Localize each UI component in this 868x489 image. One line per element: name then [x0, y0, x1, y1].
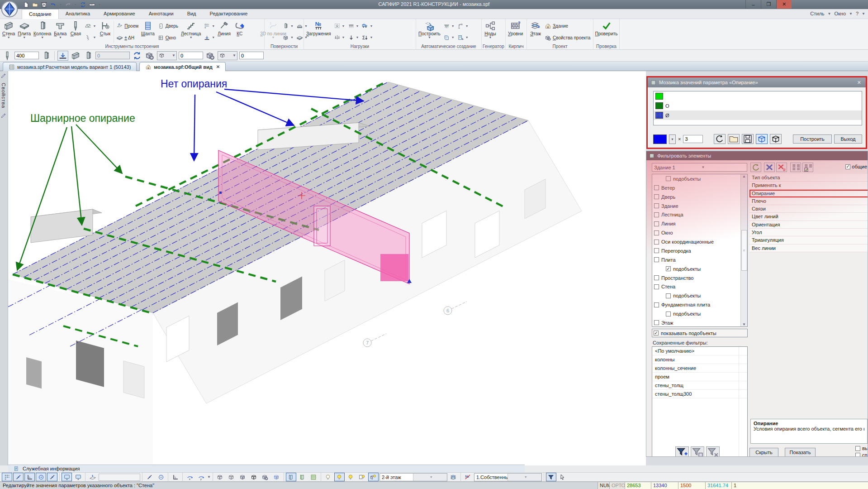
snap-angle-button[interactable]: [24, 473, 35, 481]
reference-select[interactable]: ▼: [157, 51, 177, 60]
saved-filter-1[interactable]: колонны: [652, 355, 747, 364]
tool-plita[interactable]: Плита▼: [16, 20, 32, 44]
section-grid-button[interactable]: [308, 473, 319, 481]
contour-mode-icon[interactable]: [144, 51, 155, 61]
highlight-checkbox[interactable]: выделять: [855, 446, 868, 451]
checkbox[interactable]: [654, 240, 659, 244]
checkbox[interactable]: [654, 320, 659, 325]
legend-row-2[interactable]: Ø: [654, 110, 862, 120]
element-type-row-3[interactable]: Здание: [652, 201, 747, 211]
saved-filter-2[interactable]: колонны_сечение: [652, 364, 747, 373]
checkbox[interactable]: [654, 203, 659, 208]
menu-tab-Вид[interactable]: Вид: [180, 9, 203, 19]
rotate-section-button[interactable]: [132, 51, 142, 61]
mosaic-save-button[interactable]: [742, 134, 754, 144]
checkbox[interactable]: [654, 302, 659, 307]
display-clip-button[interactable]: [271, 473, 282, 481]
tool-styk[interactable]: Стык: [97, 20, 113, 44]
rotate-y-button[interactable]: y: [196, 473, 206, 481]
display-white-button[interactable]: [226, 473, 237, 481]
checkbox[interactable]: [654, 257, 659, 262]
center-point-button[interactable]: [156, 473, 166, 481]
checkbox[interactable]: ✓: [666, 266, 671, 271]
tool-zagruzheniya[interactable]: №Загружения: [305, 20, 332, 44]
tool-uzly-ploshchadka-landing[interactable]: ▼: [204, 34, 215, 41]
element-type-row-5[interactable]: Линия: [652, 219, 747, 228]
offset-input[interactable]: [95, 52, 130, 59]
checkbox[interactable]: [666, 176, 671, 181]
show-cube-button[interactable]: [368, 473, 379, 481]
element-type-row-14[interactable]: Фундаментная плита: [652, 300, 747, 309]
tool-load-moving-sigma[interactable]: Σ▼: [361, 34, 373, 41]
wall-handle[interactable]: [219, 192, 222, 194]
unpin-view-button[interactable]: [73, 473, 83, 481]
contour-mode2-icon[interactable]: [205, 51, 216, 61]
show-button[interactable]: Показать: [785, 448, 816, 457]
service-info-bar[interactable]: Служебная информация: [8, 465, 525, 472]
parameter-list[interactable]: Тип объектаПрименять кОпираниеПлечоСвязи…: [749, 174, 868, 252]
element-type-row-7[interactable]: Оси координационные: [652, 237, 747, 246]
align-center-button[interactable]: [57, 51, 68, 61]
tool-shahta[interactable]: Шахта: [140, 20, 156, 44]
snap-axis-button[interactable]: [47, 473, 57, 481]
app-logo-button[interactable]: [1, 0, 18, 18]
list-scrollbar[interactable]: ▲≡▼: [740, 174, 747, 326]
parameter-row-7[interactable]: Угол: [749, 229, 868, 236]
tool-auto-b-crane[interactable]: ▼: [457, 23, 469, 29]
align-side-button[interactable]: [70, 51, 81, 61]
ortho-button[interactable]: [170, 473, 180, 481]
snap-settings-button[interactable]: [2, 473, 12, 481]
wall-height-input[interactable]: [14, 52, 39, 59]
checkbox[interactable]: [654, 230, 659, 235]
tool-proem[interactable]: Проем: [116, 23, 138, 29]
restore-button[interactable]: ❐: [761, 0, 776, 9]
tool-etazh[interactable]: Этаж: [528, 20, 543, 44]
menu-Окно[interactable]: Окно: [833, 11, 847, 16]
properties-sidebar[interactable]: Свойства: [0, 71, 8, 465]
element-type-row-12[interactable]: Стена: [652, 283, 747, 292]
checkbox[interactable]: [654, 221, 659, 226]
section-pane-button[interactable]: [286, 473, 296, 481]
element-type-row-10[interactable]: ✓подобъекты: [652, 264, 747, 273]
tool-kolonna[interactable]: Колонна▼: [32, 20, 52, 44]
common-checkbox-box[interactable]: ✓: [845, 164, 850, 169]
tool-surf-a-column[interactable]: ▼: [282, 23, 294, 29]
saved-filter-4[interactable]: стены_толщ: [652, 381, 747, 390]
element-type-row-4[interactable]: Лестница: [652, 211, 747, 220]
add-filter-button[interactable]: [675, 446, 689, 457]
parameter-row-6[interactable]: Ориентация: [749, 221, 868, 229]
show-doc-button[interactable]: [357, 473, 367, 481]
mosaic-solid-mode-button[interactable]: [770, 134, 782, 144]
parameter-row-4[interactable]: Связи: [749, 205, 868, 213]
parameter-row-9[interactable]: Вес линии: [749, 244, 868, 252]
edit-properties2-icon[interactable]: [0, 112, 7, 119]
element-type-row-1[interactable]: Ветер: [652, 183, 747, 192]
filter-list-view-button[interactable]: [790, 163, 801, 172]
tab-close-icon[interactable]: ✕: [216, 64, 220, 69]
tool-load-area-dashedbox[interactable]: ▼: [334, 23, 345, 29]
element-type-row-15[interactable]: подобъекты: [652, 309, 747, 318]
legend-row-1[interactable]: О: [654, 101, 862, 110]
building-select[interactable]: Здание 1 ▼: [652, 163, 747, 172]
checkbox[interactable]: [654, 284, 659, 289]
element-type-row-9[interactable]: Плита: [652, 255, 747, 264]
tool-load-linear-rail[interactable]: ▼: [348, 23, 359, 29]
mosaic-close-icon[interactable]: ✕: [855, 80, 863, 86]
tool-dver[interactable]: Дверь: [157, 23, 178, 29]
select-cursor-button[interactable]: [557, 473, 568, 481]
checkbox[interactable]: [654, 194, 659, 199]
edit-properties-icon[interactable]: [0, 72, 7, 79]
element-type-row-2[interactable]: Дверь: [652, 192, 747, 201]
tool-ks[interactable]: КС: [232, 20, 247, 44]
menu-tab-Армирование[interactable]: Армирование: [97, 9, 142, 19]
tool-delta-h[interactable]: ± ΔН: [116, 34, 138, 41]
display-settings-button[interactable]: [260, 473, 270, 481]
element-type-row-8[interactable]: Перегородка: [652, 246, 747, 255]
tool-uzly-ploshchadka-points[interactable]: ▼: [204, 23, 215, 29]
element-type-row-0[interactable]: подобъекты: [652, 174, 747, 183]
common-checkbox[interactable]: ✓ общие: [845, 164, 867, 169]
filter-clear-button[interactable]: [764, 163, 775, 172]
workplane-button[interactable]: [87, 473, 98, 481]
parameter-row-0[interactable]: Тип объекта: [749, 174, 868, 182]
save-filter-button[interactable]: [691, 446, 704, 457]
